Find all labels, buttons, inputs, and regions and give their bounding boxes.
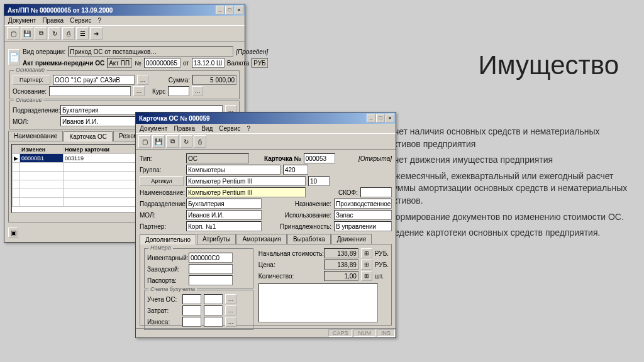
tab[interactable]: Движение (331, 234, 372, 244)
minimize-button[interactable]: _ (367, 114, 375, 123)
tool-tree-icon[interactable]: ☰ (76, 27, 89, 40)
tool-copy-icon[interactable]: ⧉ (166, 135, 179, 148)
unit-label: шт. (375, 273, 384, 280)
tab[interactable]: Атрибуты (197, 234, 236, 244)
menu-item[interactable]: Документ (8, 17, 36, 24)
date-input[interactable]: 13.12.0 Ш (192, 58, 225, 68)
cell[interactable]: 00000B1 (20, 154, 64, 163)
tool-print-icon[interactable]: ⎙ (194, 135, 206, 148)
tool-new-icon[interactable]: ▢ (138, 135, 151, 148)
acc-input[interactable] (204, 317, 223, 327)
group-input[interactable]: Компьютеры (186, 165, 280, 175)
toolbar: ▢ 💾 ⧉ ↻ ⎙ ☰ ➜ (4, 25, 245, 41)
lookup-button[interactable]: … (225, 294, 236, 304)
menu-item[interactable]: ? (97, 17, 101, 24)
usage-label: Использование: (285, 212, 331, 219)
dept-input[interactable]: Бухгалтерия (186, 199, 262, 209)
tab[interactable]: Дополнительно (140, 234, 196, 244)
partner-button[interactable]: Партнер: (13, 75, 50, 85)
tool-copy-icon[interactable]: ⧉ (35, 27, 47, 40)
bullet-item: Ведение картотеки основных средств предп… (377, 227, 629, 239)
fact-input[interactable] (189, 264, 233, 274)
lookup-button[interactable]: … (192, 86, 203, 96)
tool-refresh-icon[interactable]: ↻ (180, 135, 192, 148)
acc-input[interactable] (204, 294, 223, 304)
bullet-list: Учет наличия основных средств и нематери… (377, 126, 629, 243)
doc-icon[interactable]: 📄 (8, 49, 20, 65)
notes-textarea[interactable] (258, 283, 378, 322)
col-header[interactable]: Номер карточки (63, 145, 139, 154)
sum-label: Сумма: (169, 77, 190, 84)
article-qty-input[interactable]: 10 (308, 176, 330, 186)
skof-label: СКОФ: (338, 189, 358, 196)
menu-item[interactable]: Сервис (70, 17, 91, 24)
calc-button[interactable]: ⊞ (361, 271, 372, 281)
maximize-button[interactable]: □ (225, 6, 234, 14)
menu-item[interactable]: ? (247, 125, 251, 132)
kurs-input[interactable] (168, 86, 189, 96)
usage-input[interactable]: Запас (334, 210, 392, 220)
date-label: от (183, 60, 189, 67)
dept-label: Подразделение: (140, 200, 184, 207)
cell[interactable]: 003119 (63, 154, 139, 163)
tool-new-icon[interactable]: ▢ (7, 27, 19, 40)
tool-arrow-icon[interactable]: ➜ (90, 27, 103, 40)
col-header[interactable]: Изменен (20, 145, 64, 154)
qty-value: 1,00 (324, 271, 358, 281)
purpose-input[interactable]: Производственное (334, 199, 392, 209)
mol-input[interactable]: Иванов И.И. (186, 210, 262, 220)
parent-input[interactable]: Корп. №1 (186, 221, 262, 231)
tab-body: Номера Инвентарный:000000C0 Заводской: П… (140, 244, 392, 326)
menu-item[interactable]: Правка (174, 125, 195, 132)
tool-print-icon[interactable]: ⎙ (62, 27, 75, 40)
mol-label: МОЛ: (140, 212, 184, 219)
card-input[interactable]: 000053 (304, 153, 335, 163)
lookup-button[interactable]: … (225, 305, 236, 315)
tool-refresh-icon[interactable]: ↻ (48, 27, 61, 40)
lookup-button[interactable]: … (137, 75, 148, 85)
tab[interactable]: Наименование (8, 131, 63, 141)
acc-input[interactable] (182, 294, 201, 304)
titlebar[interactable]: Акт/ПП № 000000065 от 13.09.2000 _ □ × (4, 4, 245, 16)
type-label: Тип: (140, 155, 184, 162)
group-label: Группа: (140, 167, 184, 173)
menu-item[interactable]: Правка (42, 17, 64, 24)
tab[interactable]: Амортизация (236, 234, 287, 244)
num-input[interactable]: 000000065 (144, 58, 180, 68)
skof-input[interactable] (360, 187, 392, 197)
lookup-button[interactable]: … (225, 317, 236, 327)
group-code-input[interactable]: 420 (283, 165, 308, 175)
close-button[interactable]: × (235, 6, 243, 14)
calc-button[interactable]: ⊞ (361, 260, 372, 270)
lookup-button[interactable]: … (133, 86, 145, 96)
acc-input[interactable] (182, 317, 201, 327)
acc-input[interactable] (182, 305, 201, 315)
tab[interactable]: Карточка ОС (64, 131, 113, 141)
acc-wear-label: Износа: (147, 319, 180, 326)
calc-button[interactable]: ⊞ (361, 248, 372, 258)
pass-input[interactable] (189, 275, 233, 285)
start-cost-value: 138,89 (324, 248, 358, 258)
collapse-icon[interactable]: ▣ (8, 228, 18, 238)
minimize-button[interactable]: _ (216, 6, 225, 14)
kurs-label: Курс (152, 88, 165, 95)
start-cost-label: Начальная стоимость: (258, 250, 321, 257)
name-input[interactable]: Компьютер Pentium III (186, 187, 306, 197)
titlebar[interactable]: Карточка ОС № 000059 _ □ × (136, 112, 396, 124)
close-button[interactable]: × (386, 114, 394, 123)
menu-item[interactable]: Сервис (219, 125, 240, 132)
basis-input[interactable] (49, 86, 131, 96)
tool-save-icon[interactable]: 💾 (152, 135, 165, 148)
maximize-button[interactable]: □ (376, 114, 385, 123)
acc-os-label: Учета ОС: (147, 296, 180, 303)
tab[interactable]: Выработка (287, 234, 331, 244)
menu-item[interactable]: Вид (201, 125, 213, 132)
article-input[interactable]: Компьютер Pentium III (186, 176, 306, 186)
inv-input[interactable]: 000000C0 (189, 253, 233, 263)
tool-save-icon[interactable]: 💾 (21, 27, 33, 40)
owner-input[interactable]: В управлении (334, 221, 392, 231)
acc-input[interactable] (204, 305, 223, 315)
article-button[interactable]: Артикул (140, 176, 184, 186)
menu-item[interactable]: Документ (140, 125, 167, 132)
partner-input[interactable]: ООО "1С рауз" САЗиВ (53, 75, 135, 85)
